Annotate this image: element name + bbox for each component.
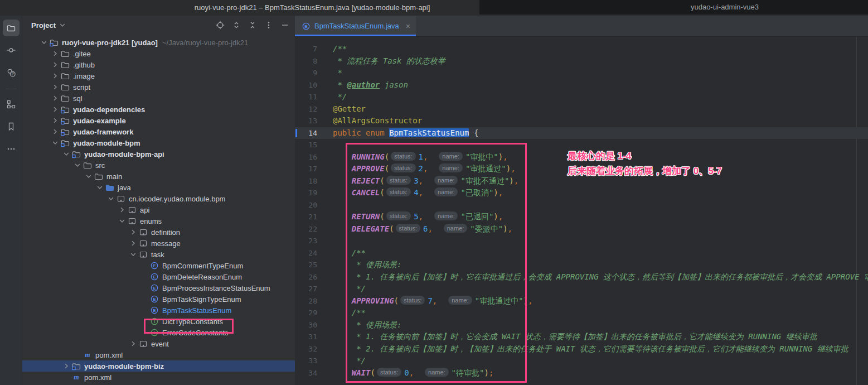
tree-item-event[interactable]: event xyxy=(22,338,295,349)
tree-item-src[interactable]: src xyxy=(22,160,295,171)
chevron-down-icon[interactable] xyxy=(61,150,71,158)
tree-item-label: java xyxy=(118,184,131,192)
tree-item-task[interactable]: task xyxy=(22,249,295,260)
chevron-right-icon[interactable] xyxy=(128,339,138,348)
background-window-titlebar[interactable]: yudao-ui-admin-vue3 xyxy=(479,0,868,15)
rail-button-structure[interactable] xyxy=(3,96,20,113)
tree-item-bpmtasksigntypeenum[interactable]: EBpmTaskSignTypeEnum xyxy=(22,293,295,305)
chevron-right-icon[interactable] xyxy=(50,83,60,92)
chevron-down-icon[interactable] xyxy=(95,183,105,192)
chevron-right-icon[interactable] xyxy=(117,205,127,214)
chevron-right-icon[interactable] xyxy=(50,94,60,103)
tree-item-bpmprocessinstancestatusenum[interactable]: EBpmProcessInstanceStatusEnum xyxy=(22,282,295,293)
tree-item-yudao-module-bpm[interactable]: yudao-module-bpm xyxy=(22,137,295,148)
locate-icon[interactable] xyxy=(216,21,225,30)
tree-item-gitee[interactable]: .gitee xyxy=(22,48,295,59)
rail-button-project-folder[interactable] xyxy=(3,20,20,36)
tree-item-sql[interactable]: sql xyxy=(22,93,295,104)
maven-icon: m xyxy=(72,373,81,382)
tree-item-pom-xml[interactable]: mpom.xml xyxy=(22,372,295,383)
chevron-down-icon[interactable] xyxy=(106,194,116,203)
rail-button-pull-request[interactable]: ? xyxy=(3,64,20,81)
tree-item-enums[interactable]: enums xyxy=(22,215,295,227)
hide-icon[interactable] xyxy=(280,21,289,30)
code-line-10[interactable]: 10 * @author jason xyxy=(295,79,868,92)
code-line-21[interactable]: 21 RETURN(status:5, name:"已退回"), xyxy=(295,211,868,223)
tree-item-errorcodeconstants[interactable]: IErrorCodeConstants xyxy=(22,327,295,338)
rail-button-more[interactable] xyxy=(3,141,20,157)
tree-item-bpmdeletereasonenum[interactable]: EBpmDeleteReasonEnum xyxy=(22,271,295,282)
code-line-30[interactable]: 30 * 使用场景: xyxy=(295,319,868,331)
code-line-31[interactable]: 31 * 1. 任务被向前【加签】时，它会变成 WAIT 状态，需要等待【加签】… xyxy=(295,331,868,343)
tree-item-pom-xml[interactable]: mpom.xml xyxy=(22,349,295,360)
code-line-33[interactable]: 33 */ xyxy=(295,355,868,367)
code-line-9[interactable]: 9 * xyxy=(295,67,868,79)
tree-item-message[interactable]: message xyxy=(22,238,295,249)
code-line-11[interactable]: 11 */ xyxy=(295,91,868,103)
tree-item-image[interactable]: .image xyxy=(22,70,295,81)
collapse-icon[interactable] xyxy=(248,21,257,30)
project-panel: Project ruoyi-vue-pro-jdk21 [yudao]~/Jav… xyxy=(22,16,295,385)
close-icon[interactable]: × xyxy=(406,22,410,30)
code-line-26[interactable]: 26 * 1. 任务被向后【加签】时，它在审批通过后，会变成 APPROVING… xyxy=(295,271,868,283)
tree-item-yudao-module-bpm-biz[interactable]: yudao-module-bpm-biz xyxy=(22,360,295,372)
chevron-right-icon[interactable] xyxy=(61,362,71,370)
code-line-20[interactable]: 20 xyxy=(295,199,868,211)
tree-item-cn-iocoder-yudao-module-bpm[interactable]: cn.iocoder.yudao.module.bpm xyxy=(22,193,295,204)
chevron-right-icon[interactable] xyxy=(50,71,60,80)
tree-item-label: yudao-dependencies xyxy=(73,105,145,114)
chevron-down-icon xyxy=(118,216,127,225)
tree-item-yudao-framework[interactable]: yudao-framework xyxy=(22,126,295,137)
editor-tab-bpmtaskstatusenum[interactable]: E BpmTaskStatusEnum.java × xyxy=(295,16,416,36)
tree-item-dicttypeconstants[interactable]: IDictTypeConstants xyxy=(22,316,295,327)
code-line-7[interactable]: 7/** xyxy=(295,43,868,55)
tree-item-api[interactable]: api xyxy=(22,204,295,215)
chevron-right-icon[interactable] xyxy=(50,49,60,58)
chevron-down-icon[interactable] xyxy=(39,38,49,47)
chevron-right-icon[interactable] xyxy=(50,105,60,114)
tree-item-java[interactable]: java xyxy=(22,182,295,193)
code-line-12[interactable]: 12@Getter xyxy=(295,103,868,116)
code-line-23[interactable]: 23 xyxy=(295,235,868,247)
code-line-27[interactable]: 27 */ xyxy=(295,283,868,295)
kebab-menu-icon[interactable] xyxy=(264,21,273,30)
chevron-down-icon[interactable] xyxy=(128,250,138,259)
code-line-25[interactable]: 25 * 使用场景: xyxy=(295,259,868,271)
chevron-down-icon[interactable] xyxy=(50,138,60,147)
more-icon xyxy=(7,145,16,153)
code-line-22[interactable]: 22 DELEGATE(status:6, name:"委派中"), xyxy=(295,223,868,235)
chevron-right-icon[interactable] xyxy=(128,239,138,248)
rail-button-bookmark[interactable] xyxy=(3,118,20,135)
code-line-24[interactable]: 24 /** xyxy=(295,247,868,259)
expand-icon[interactable] xyxy=(232,21,241,30)
code-editor[interactable]: 7/**8 * 流程任务 Task 的状态枚举9 *10 * @author j… xyxy=(295,37,868,385)
chevron-right-icon[interactable] xyxy=(128,228,138,237)
tree-item-bpmcommenttypeenum[interactable]: EBpmCommentTypeEnum xyxy=(22,260,295,271)
rail-button-commit[interactable] xyxy=(3,42,20,59)
chevron-right-icon[interactable] xyxy=(50,60,60,69)
code-line-14[interactable]: 14public enum BpmTaskStatusEnum { xyxy=(295,127,868,139)
chevron-right-icon[interactable] xyxy=(50,127,60,136)
chevron-down-icon[interactable] xyxy=(58,21,67,30)
code-line-29[interactable]: 29 /** xyxy=(295,307,868,319)
tree-item-bpmtaskstatusenum[interactable]: EBpmTaskStatusEnum xyxy=(22,305,295,316)
code-line-34[interactable]: 34 WAIT(status:0, name:"待审批"); xyxy=(295,367,868,379)
code-line-32[interactable]: 32 * 2. 任务被向后【加签】时，【加签】出来的任务处于 WAIT 状态，它… xyxy=(295,343,868,355)
code-line-8[interactable]: 8 * 流程任务 Task 的状态枚举 xyxy=(295,55,868,68)
project-panel-title[interactable]: Project xyxy=(31,21,56,30)
tree-item-github[interactable]: .github xyxy=(22,59,295,70)
code-line-13[interactable]: 13@AllArgsConstructor xyxy=(295,115,868,127)
code-line-28[interactable]: 28 APPROVING(status:7, name:"审批通过中"), xyxy=(295,295,868,307)
tree-item-yudao-module-bpm-api[interactable]: yudao-module-bpm-api xyxy=(22,148,295,160)
tree-item-script[interactable]: script xyxy=(22,81,295,93)
code-line-19[interactable]: 19 CANCEL(status:4, name:"已取消"), xyxy=(295,187,868,199)
tree-item-yudao-dependencies[interactable]: yudao-dependencies xyxy=(22,104,295,115)
chevron-down-icon[interactable] xyxy=(72,161,83,170)
tree-item-definition[interactable]: definition xyxy=(22,227,295,238)
chevron-right-icon[interactable] xyxy=(50,116,60,125)
chevron-down-icon[interactable] xyxy=(84,172,94,181)
tree-item-yudao-example[interactable]: yudao-example xyxy=(22,115,295,126)
chevron-down-icon[interactable] xyxy=(117,216,127,225)
tree-item-main[interactable]: main xyxy=(22,171,295,182)
tree-item-ruoyi-vue-pro-jdk21-yudao[interactable]: ruoyi-vue-pro-jdk21 [yudao]~/Java/ruoyi-… xyxy=(22,37,295,48)
